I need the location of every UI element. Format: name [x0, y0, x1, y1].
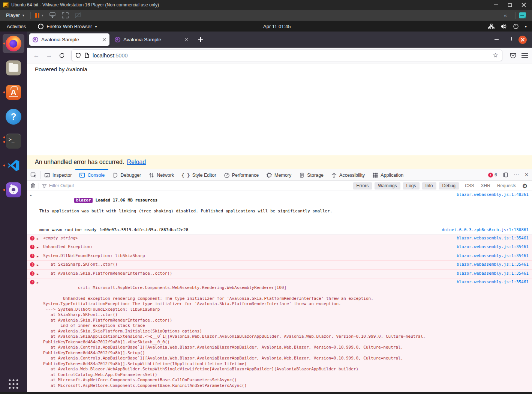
console-error-row: ▶ at Avalonia.Skia.PlatformRenderInterfa… [27, 270, 532, 279]
source-link[interactable]: blazor.webassembly.js:1:35461 [453, 244, 532, 250]
ctrl-alt-del-icon[interactable] [49, 12, 56, 19]
app-menu[interactable]: Firefox Web Browser ▾ [33, 21, 102, 32]
filter-logs-button[interactable]: Logs [403, 182, 420, 189]
firefox-minimize-icon[interactable] [495, 39, 499, 40]
reload-button[interactable] [56, 50, 67, 61]
dock-item-help[interactable]: ? [3, 107, 24, 126]
menu-icon[interactable] [522, 53, 528, 58]
filter-xhr-button[interactable]: XHR [481, 183, 490, 188]
expand-caret-icon[interactable]: ▶ [37, 244, 43, 251]
page-info-icon[interactable] [84, 53, 89, 58]
expand-caret-icon[interactable]: ▶ [37, 236, 43, 242]
vmware-help-note-icon[interactable] [519, 12, 526, 18]
page-text: Powered by Avalonia [35, 66, 87, 72]
chevron-down-icon: ▾ [22, 13, 24, 17]
performance-icon [224, 172, 230, 178]
filter-warnings-button[interactable]: Warnings [375, 182, 400, 189]
expand-caret-icon[interactable]: ▶ [37, 253, 43, 260]
player-menu[interactable]: Player ▾ [4, 12, 27, 19]
filter-errors-button[interactable]: Errors [353, 182, 372, 189]
memory-icon [266, 172, 272, 178]
debugger-icon [112, 172, 118, 178]
fullscreen-icon[interactable] [61, 12, 69, 19]
error-count-badge[interactable]: 6 [488, 172, 497, 177]
source-link[interactable]: blazor.webassembly.js:1:35461 [453, 271, 532, 277]
bookmark-star-icon[interactable]: ☆ [493, 51, 498, 59]
tab-accessibility[interactable]: Accessibility [327, 169, 369, 180]
collapse-toolbar-icon[interactable]: « [504, 12, 506, 18]
storage-icon [299, 172, 305, 178]
error-icon [30, 271, 34, 276]
url-bar[interactable]: localhost:5000 ☆ [71, 50, 502, 61]
tab-avalonia-sample-1[interactable]: Avalonia Sample [29, 33, 109, 46]
responsive-design-icon[interactable] [502, 172, 508, 178]
new-tab-button[interactable] [196, 35, 205, 45]
tab-debugger[interactable]: Debugger [108, 169, 145, 180]
expand-caret-icon[interactable]: ▶ [37, 262, 43, 268]
tab-bar: Avalonia Sample Avalonia Sample [27, 32, 532, 48]
filter-output-input[interactable]: Filter Output [42, 183, 353, 188]
tab-storage[interactable]: Storage [295, 169, 327, 180]
clear-console-icon[interactable] [30, 183, 36, 189]
source-link[interactable]: blazor.webassembly.js:1:35461 [453, 262, 532, 268]
devtools-menu-icon[interactable]: ⋯ [514, 171, 520, 178]
tab-avalonia-sample-2[interactable]: Avalonia Sample [111, 33, 192, 46]
devtools-close-icon[interactable]: × [525, 171, 528, 178]
filter-css-button[interactable]: CSS [465, 183, 474, 188]
firefox-restore-icon[interactable] [507, 38, 510, 41]
console-settings-icon[interactable]: ⚙ [522, 182, 529, 189]
clock[interactable]: Apr 11 01:45 [263, 21, 291, 32]
source-link[interactable]: dotnet.6.0.3.zpb6cs6ccb.js:1:130861 [438, 227, 532, 233]
dock-item-vscode[interactable] [3, 156, 24, 175]
tab-application[interactable]: Application [369, 169, 407, 180]
dock-item-ubuntu-software[interactable]: A [3, 83, 24, 102]
dock-item-terminal[interactable]: >_ [3, 131, 24, 151]
activities-button[interactable]: Activities [0, 21, 33, 32]
filter-requests-button[interactable]: Requests [497, 183, 516, 188]
suspend-dropdown-icon[interactable]: ▾ [42, 14, 43, 17]
error-icon [488, 173, 493, 177]
files-icon [6, 60, 21, 75]
filter-info-button[interactable]: Info [422, 182, 436, 189]
tab-performance[interactable]: Performance [220, 169, 263, 180]
url-text[interactable]: localhost:5000 [93, 53, 489, 59]
expand-caret-icon[interactable]: ▶ [37, 280, 43, 286]
avalonia-favicon [33, 37, 38, 42]
tab-memory[interactable]: Memory [262, 169, 295, 180]
back-button[interactable]: ← [31, 50, 42, 61]
tab-console[interactable]: Console [75, 169, 108, 180]
vmware-maximize-icon[interactable] [508, 3, 512, 7]
vmware-minimize-icon[interactable] [494, 5, 498, 5]
github-desktop-icon [6, 182, 21, 197]
pick-element-icon[interactable] [27, 169, 40, 180]
dock-item-files[interactable] [3, 58, 24, 78]
firefox-close-icon[interactable] [519, 36, 527, 44]
console-output: ▶ blazorLoaded 17.06 MB resources This a… [27, 191, 532, 392]
dock-item-github-desktop[interactable] [3, 180, 24, 200]
expand-caret-icon[interactable]: ▶ [37, 271, 43, 277]
reload-link[interactable]: Reload [127, 159, 146, 165]
source-link[interactable]: blazor.webassembly.js:1:48361 [453, 192, 532, 198]
source-link[interactable]: blazor.webassembly.js:1:35461 [453, 253, 532, 259]
braces-icon: { } [181, 173, 190, 178]
tab-network[interactable]: Network [145, 169, 178, 180]
suspend-vm-button[interactable] [35, 13, 39, 18]
tab-close-icon[interactable] [102, 38, 106, 42]
source-link[interactable]: blazor.webassembly.js:1:35461 [453, 236, 532, 241]
system-tray[interactable]: ▾ [488, 23, 532, 29]
expand-caret-icon[interactable]: ▶ [30, 192, 39, 199]
console-error-row: ▶ Unhandled Exception: blazor.webassembl… [27, 243, 532, 252]
dock-item-firefox[interactable] [3, 34, 24, 53]
filter-debug-button[interactable]: Debug [439, 182, 459, 189]
pocket-icon[interactable] [510, 52, 517, 59]
forward-button[interactable]: → [43, 50, 55, 61]
blazor-badge: blazor [74, 198, 93, 203]
tab-inspector[interactable]: Inspector [40, 169, 75, 180]
source-link[interactable]: blazor.webassembly.js:1:35461 [453, 280, 532, 285]
tab-style-editor[interactable]: { } Style Editor [178, 169, 220, 180]
shield-icon[interactable] [75, 53, 81, 59]
vmware-close-icon[interactable] [522, 3, 526, 7]
tab-close-icon[interactable] [184, 38, 188, 42]
console-icon [79, 172, 85, 178]
show-applications-button[interactable] [9, 379, 18, 389]
